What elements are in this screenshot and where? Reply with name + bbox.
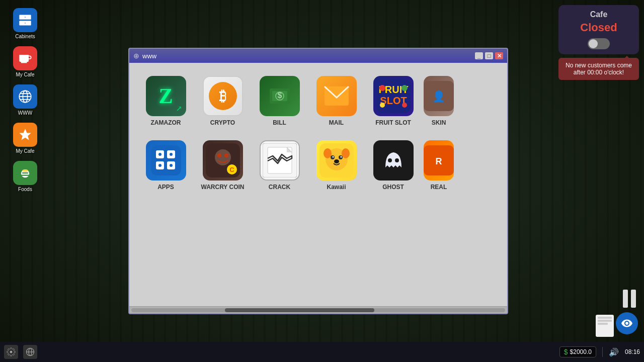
sidebar-item-mycafe2[interactable]: My Cafe (11, 121, 39, 156)
app-apps[interactable]: APPS (139, 137, 192, 194)
svg-point-54 (332, 156, 334, 158)
close-button[interactable]: ✕ (495, 52, 503, 59)
svg-point-3 (25, 23, 26, 24)
svg-text:👤: 👤 (432, 90, 446, 103)
doc-line (598, 320, 612, 322)
btc-symbol: ₿ (209, 82, 237, 110)
app-fruitslot[interactable]: FRUIT SLOT FRUIT SLOT (367, 73, 420, 129)
app-ghost[interactable]: GHOST (367, 137, 420, 194)
money-icon: $ (564, 348, 568, 356)
apps-label: APPS (157, 184, 174, 191)
crypto-icon: ₿ (203, 76, 243, 116)
svg-text:R: R (436, 156, 442, 166)
window-body: Z ↗ ZAMAZOR ₿ CRYPTO $ (129, 63, 507, 306)
taskbar-globe-icon[interactable] (23, 345, 37, 359)
fruitslot-icon: FRUIT SLOT (373, 76, 414, 116)
bill-label: BILL (273, 119, 286, 126)
window-scrollbar[interactable] (129, 306, 507, 313)
app-skin[interactable]: 👤 SKIN (424, 73, 454, 129)
scrollbar-track[interactable] (131, 308, 505, 312)
mycafe2-icon (13, 123, 37, 147)
doc-line (598, 317, 612, 319)
sidebar-item-mycafe[interactable]: My Cafe (11, 44, 39, 79)
svg-point-58 (388, 158, 392, 162)
svg-point-41 (224, 153, 228, 157)
real-label: REAL (431, 184, 447, 191)
ghost-label: GHOST (382, 184, 404, 191)
eye-button[interactable] (616, 312, 638, 334)
app-bill[interactable]: $ BILL (253, 73, 306, 129)
svg-point-56 (334, 159, 339, 163)
taskbar-settings-icon[interactable] (4, 345, 18, 359)
sidebar-item-www[interactable]: WWW (11, 82, 39, 118)
svg-rect-4 (21, 62, 27, 63)
skin-svg: 👤 (424, 76, 454, 116)
cafe-toggle[interactable] (588, 38, 610, 49)
eye-icon (621, 317, 633, 329)
mail-icon (316, 76, 357, 116)
cafe-title: Cafe (567, 10, 631, 19)
warcry-label: WARCRY COIN (201, 184, 244, 191)
cabinets-label: Cabinets (15, 34, 35, 39)
svg-point-39 (215, 149, 231, 165)
ghost-icon (373, 140, 414, 180)
maximize-button[interactable]: □ (485, 52, 493, 59)
sidebar-item-cabinets[interactable]: Cabinets (11, 6, 39, 41)
sidebar: Cabinets My Cafe WWW My Cafe Foods (0, 0, 50, 342)
svg-point-13 (22, 169, 28, 172)
real-svg: R (424, 140, 454, 180)
svg-point-40 (217, 153, 221, 157)
app-warcry[interactable]: C WARCRY COIN (196, 137, 249, 194)
app-zamazor[interactable]: Z ↗ ZAMAZOR (139, 73, 192, 129)
volume-icon[interactable]: 🔊 (609, 347, 619, 357)
scrollbar-thumb[interactable] (225, 308, 374, 312)
svg-rect-12 (22, 172, 28, 173)
svg-point-62 (10, 351, 13, 353)
svg-point-50 (324, 148, 332, 158)
sidebar-item-foods[interactable]: Foods (11, 159, 39, 194)
taskbar-left (4, 345, 37, 359)
settings-gear-icon (7, 347, 16, 356)
app-kawaii[interactable]: Kawaii (310, 137, 363, 194)
crypto-label: CRYPTO (210, 119, 235, 126)
foods-label: Foods (18, 187, 32, 192)
fruitslot-label: FRUIT SLOT (375, 119, 411, 126)
window-icon: ⊕ (133, 52, 139, 60)
svg-point-55 (340, 156, 342, 158)
document-icon[interactable] (596, 315, 614, 337)
ghost-svg (376, 143, 411, 177)
svg-point-34 (158, 153, 162, 156)
kawaii-icon (316, 140, 357, 180)
cafe-tooltip: No new customers come after 00:00 o'cloc… (558, 58, 639, 80)
warcry-icon: C (203, 140, 243, 180)
minimize-button[interactable]: _ (475, 52, 483, 59)
mycafe2-label: My Cafe (16, 148, 34, 154)
mail-svg (324, 85, 350, 107)
window-titlebar: ⊕ www _ □ ✕ (129, 49, 507, 63)
pause-button[interactable] (623, 290, 636, 308)
app-real[interactable]: R REAL (424, 137, 454, 194)
real-icon: R (424, 140, 454, 180)
cafe-toggle-knob (589, 39, 598, 48)
apps-row-2: APPS C WARCRY (139, 137, 497, 194)
apps-svg (151, 145, 181, 175)
app-mail[interactable]: MAIL (310, 73, 363, 129)
skin-label: SKIN (432, 119, 446, 126)
cabinets-icon (13, 8, 37, 32)
bill-svg: $ (267, 83, 292, 109)
globe-icon (26, 347, 35, 356)
svg-marker-10 (19, 129, 31, 140)
www-icon (13, 84, 37, 109)
app-crypto[interactable]: ₿ CRYPTO (196, 73, 249, 129)
svg-point-25 (380, 103, 385, 108)
svg-text:C: C (229, 166, 234, 173)
svg-rect-29 (151, 145, 181, 175)
cafe-panel: Cafe Closed (558, 5, 639, 54)
taskbar-right: $ $2000.0 🔊 08:16 (559, 346, 640, 357)
money-amount: $2000.0 (570, 348, 592, 355)
kawaii-svg (319, 143, 354, 177)
app-crack[interactable]: CRACK (253, 137, 306, 194)
money-display: $ $2000.0 (559, 346, 596, 357)
mycafe-label: My Cafe (16, 72, 34, 77)
mycafe-icon (13, 46, 37, 70)
